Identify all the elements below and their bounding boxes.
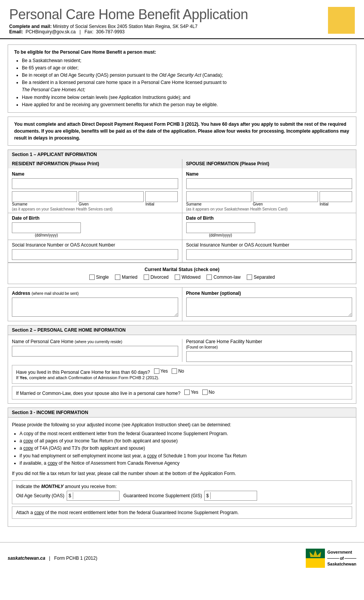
spouse-given-label: Given — [253, 202, 318, 206]
marital-separated-option[interactable]: Separated — [247, 275, 275, 280]
divorced-checkbox[interactable] — [144, 275, 149, 280]
section3-intro: Please provide the following so your adj… — [12, 421, 352, 429]
sin-row: Social Insurance Number or OAS Account N… — [8, 240, 356, 263]
pch-facility-label: Personal Care Home Facility Number — [186, 339, 262, 344]
oas-dollar-input: $ — [67, 491, 120, 501]
pch-row: Name of Personal Care Home (where you cu… — [12, 339, 352, 362]
eligibility-box: To be eligible for the Personal Care Hom… — [8, 44, 356, 113]
married-no-checkbox[interactable] — [202, 390, 208, 395]
pch-facility-sublabel: (Found on license) — [186, 345, 218, 349]
section1-header: Section 1 – APPLICANT INFORMATION — [8, 150, 356, 159]
monthly-label: Indicate the MONTHLY amount you receive … — [16, 484, 348, 489]
marital-single-option[interactable]: Single — [89, 275, 109, 280]
complete-mail-value: Ministry of Social Services Box 2405 Sta… — [53, 24, 197, 29]
section3-header: Section 3 - INCOME INFORMATION — [8, 408, 356, 417]
spouse-given-group: Given — [253, 191, 318, 206]
section3-body: Please provide the following so your adj… — [8, 417, 356, 527]
fax-label: Fax: — [85, 29, 93, 35]
separated-checkbox[interactable] — [247, 275, 252, 280]
pch-facility-input[interactable] — [186, 351, 353, 362]
spouse-health-card-label: (as it appears on your Saskatchewan Heal… — [186, 207, 353, 211]
widowed-checkbox[interactable] — [175, 275, 180, 280]
married-checkbox[interactable] — [115, 275, 120, 280]
phone-input[interactable] — [186, 298, 353, 317]
spouse-name-input[interactable] — [186, 178, 353, 189]
gov-name: Government of Saskatchewan — [327, 549, 356, 567]
dob-row: Date of Birth (dd/mm/yyyy) Date of Birth… — [8, 213, 356, 240]
spouse-given-input[interactable] — [253, 191, 318, 202]
resident-dob-label: Date of Birth — [12, 215, 178, 221]
resident-name-input[interactable] — [12, 178, 178, 189]
address-sublabel: (where mail should be sent) — [31, 291, 79, 296]
pch-name-col: Name of Personal Care Home (where you cu… — [12, 339, 182, 362]
address-phone-row: Address (where mail should be sent) Phon… — [8, 287, 356, 321]
address-col: Address (where mail should be sent) — [8, 288, 182, 321]
spouse-surname-input[interactable] — [186, 191, 251, 202]
resident-dob-input[interactable] — [12, 222, 81, 233]
list-item: Be a Saskatchewan resident; — [22, 57, 350, 64]
list-item: if available, a copy of the Notice of As… — [20, 460, 352, 467]
gis-dollar-sign: $ — [205, 492, 211, 499]
marital-married-option[interactable]: Married — [115, 275, 138, 280]
page-title: Personal Care Home Benefit Application — [9, 7, 320, 22]
marital-divorced-option[interactable]: Divorced — [144, 275, 169, 280]
lived-note: If Yes, complete and attach Confirmation… — [16, 375, 159, 380]
resident-sin-label: Social Insurance Number or OAS Account N… — [12, 242, 178, 248]
footer-left: saskatchewan.ca | Form PCHB 1 (2012) — [8, 556, 97, 561]
oas-field: Old Age Security (OAS) $ — [16, 491, 120, 501]
gov-line1: Government — [327, 549, 356, 555]
commonlaw-checkbox[interactable] — [207, 275, 212, 280]
section3-list: A copy of the most recent entitlement le… — [20, 430, 352, 467]
list-item: Have applied for and be receiving any go… — [22, 101, 350, 108]
lived-yes-option[interactable]: Yes — [154, 368, 168, 374]
resident-surname-input[interactable] — [12, 191, 77, 202]
lived-no-checkbox[interactable] — [172, 368, 177, 374]
header: Personal Care Home Benefit Application C… — [0, 0, 364, 39]
pch-facility-label-row: Personal Care Home Facility Number (Foun… — [186, 339, 353, 350]
widowed-label: Widowed — [182, 275, 200, 280]
spouse-initial-label: Initial — [320, 202, 352, 206]
pch-name-input[interactable] — [12, 346, 178, 357]
spouse-dob-input[interactable] — [186, 222, 255, 233]
notice-text: You must complete and attach Direct Depo… — [14, 121, 350, 141]
gov-logo: Government of Saskatchewan — [306, 549, 356, 568]
eligibility-intro: To be eligible for the Personal Care Hom… — [14, 49, 156, 55]
section2-body: Name of Personal Care Home (where you cu… — [8, 335, 356, 404]
address-input[interactable] — [12, 298, 178, 317]
spouse-initial-input[interactable] — [320, 191, 352, 202]
married-yes-option[interactable]: Yes — [184, 390, 198, 395]
married-no-label: No — [209, 390, 215, 395]
resident-health-card-label: (as it appears on your Saskatchewan Heal… — [12, 207, 178, 211]
oas-dollar-sign: $ — [67, 492, 73, 499]
address-label-row: Address (where mail should be sent) — [12, 291, 178, 296]
oas-label: Old Age Security (OAS) — [16, 493, 64, 498]
resident-initial-input[interactable] — [145, 191, 178, 202]
lived-no-option[interactable]: No — [172, 368, 184, 374]
marital-status-label: Current Marital Status (check one) — [12, 267, 352, 272]
tax-note: If you did not file a tax return for las… — [12, 470, 352, 477]
spouse-sin-input[interactable] — [186, 249, 353, 260]
footer: saskatchewan.ca | Form PCHB 1 (2012) Gov… — [0, 542, 364, 568]
list-item: Be a resident in a licensed personal car… — [22, 79, 350, 94]
lived-yes-label: Yes — [161, 368, 168, 374]
info-subheader: RESIDENT INFORMATION (Please Print) SPOU… — [8, 159, 356, 168]
phone-label-row: Phone Number (optional) — [186, 291, 353, 296]
marital-commonlaw-option[interactable]: Common-law — [207, 275, 241, 280]
header-contact: Complete and mail: Ministry of Social Se… — [9, 24, 320, 35]
marital-widowed-option[interactable]: Widowed — [175, 275, 200, 280]
single-checkbox[interactable] — [89, 275, 95, 280]
yellow-decoration — [328, 7, 355, 34]
resident-given-input[interactable] — [79, 191, 144, 202]
resident-sin-col: Social Insurance Number or OAS Account N… — [8, 240, 182, 262]
married-no-option[interactable]: No — [202, 390, 215, 395]
married-yes-checkbox[interactable] — [184, 390, 190, 395]
marital-status-section: Current Marital Status (check one) Singl… — [8, 263, 356, 284]
spouse-name-col: Name Surname Given Initial (as it appear… — [182, 168, 356, 213]
name-row: Name Surname Given Initial (as it appear… — [8, 168, 356, 213]
lived-yes-checkbox[interactable] — [154, 368, 159, 374]
list-item: A copy of the most recent entitlement le… — [20, 430, 352, 437]
gis-amount-input[interactable] — [211, 491, 257, 500]
surname-label: Surname — [12, 202, 77, 206]
resident-sin-input[interactable] — [12, 249, 178, 260]
oas-amount-input[interactable] — [73, 491, 119, 500]
